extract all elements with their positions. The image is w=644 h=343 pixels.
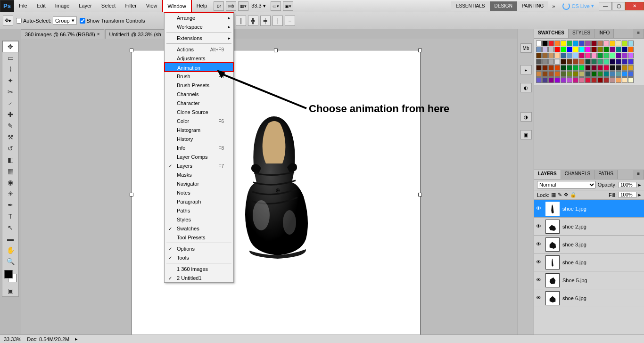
layer-thumbnail[interactable] bbox=[545, 255, 560, 270]
layer-thumbnail[interactable] bbox=[545, 220, 560, 234]
swatch[interactable] bbox=[591, 59, 597, 65]
swatch[interactable] bbox=[603, 59, 609, 65]
layer-row[interactable]: 👁 shoe 2.jpg bbox=[534, 218, 644, 236]
eraser-tool[interactable]: ◧ bbox=[2, 154, 18, 165]
swatch[interactable] bbox=[622, 71, 627, 77]
swatch[interactable] bbox=[561, 59, 566, 65]
adjustments-panel-icon[interactable]: ◑ bbox=[520, 112, 532, 122]
swatch[interactable] bbox=[554, 47, 560, 52]
menu-item-1-360-images[interactable]: 1 360 images bbox=[165, 264, 233, 273]
swatch[interactable] bbox=[628, 65, 634, 71]
swatch[interactable] bbox=[567, 71, 572, 77]
mb-panel-icon[interactable]: Mb bbox=[520, 43, 532, 53]
swatch[interactable] bbox=[591, 53, 597, 58]
quick-mask-tool[interactable]: ▣ bbox=[2, 285, 18, 296]
swatch[interactable] bbox=[548, 77, 554, 83]
layer-row[interactable]: 👁 shoe 4.jpg bbox=[534, 253, 644, 271]
menu-item-navigator[interactable]: Navigator bbox=[165, 179, 233, 188]
align-icon[interactable]: ╪ bbox=[260, 16, 271, 26]
lock-move-icon[interactable]: ✥ bbox=[564, 192, 568, 198]
swatch[interactable] bbox=[622, 47, 627, 52]
menu-window[interactable]: Window bbox=[162, 0, 192, 12]
menu-item-workspace[interactable]: Workspace bbox=[165, 22, 233, 31]
menu-item-2-untitled1[interactable]: 2 Untitled1✓ bbox=[165, 273, 233, 282]
menu-item-color[interactable]: ColorF6 bbox=[165, 116, 233, 125]
swatch[interactable] bbox=[567, 53, 572, 58]
pen-tool[interactable]: ✒ bbox=[2, 199, 18, 211]
swatch[interactable] bbox=[591, 71, 597, 77]
swatch[interactable] bbox=[561, 41, 566, 46]
layer-row[interactable]: 👁 Shoe 5.jpg bbox=[534, 271, 644, 289]
view-extras-icon[interactable]: ▦▾ bbox=[238, 1, 248, 11]
swatch[interactable] bbox=[610, 47, 615, 52]
visibility-icon[interactable]: 👁 bbox=[536, 223, 543, 230]
minimize-button[interactable]: — bbox=[599, 2, 612, 10]
brush-tool[interactable]: ✎ bbox=[2, 120, 18, 131]
swatch[interactable] bbox=[573, 47, 578, 52]
workspace-design[interactable]: DESIGN bbox=[490, 1, 517, 11]
info-tab[interactable]: INFO bbox=[594, 29, 614, 38]
swatch[interactable] bbox=[622, 77, 627, 83]
swatch[interactable] bbox=[616, 65, 621, 71]
color-swatches[interactable] bbox=[4, 270, 17, 282]
menu-item-paths[interactable]: Paths bbox=[165, 206, 233, 215]
swatch[interactable] bbox=[542, 77, 548, 83]
crop-tool[interactable]: ✂ bbox=[2, 86, 18, 98]
history-brush-tool[interactable]: ↺ bbox=[2, 143, 18, 154]
swatch[interactable] bbox=[542, 59, 548, 65]
align-icon[interactable]: ≡ bbox=[285, 16, 295, 26]
menu-item-options[interactable]: Options✓ bbox=[165, 244, 233, 253]
swatch[interactable] bbox=[542, 71, 548, 77]
swatch[interactable] bbox=[548, 47, 554, 52]
menu-image[interactable]: Image bbox=[50, 0, 74, 12]
blend-mode-select[interactable]: Normal bbox=[537, 181, 596, 188]
swatch[interactable] bbox=[610, 65, 615, 71]
lasso-tool[interactable]: ⌇ bbox=[2, 64, 18, 75]
menu-help[interactable]: Help bbox=[192, 0, 212, 12]
visibility-icon[interactable]: 👁 bbox=[536, 277, 543, 284]
swatch[interactable] bbox=[591, 77, 597, 83]
swatch[interactable] bbox=[536, 41, 542, 46]
arrange-icon[interactable]: ▭▾ bbox=[271, 1, 281, 11]
history-panel-icon[interactable]: ▸ bbox=[520, 65, 532, 74]
styles-tab[interactable]: STYLES bbox=[569, 29, 594, 38]
document-tab[interactable]: Untitled1 @ 33.3% (sh bbox=[105, 29, 165, 39]
close-tab-icon[interactable]: × bbox=[97, 32, 100, 37]
layer-row[interactable]: 👁 shoe 1.jpg bbox=[534, 200, 644, 218]
swatch[interactable] bbox=[548, 71, 554, 77]
swatch[interactable] bbox=[579, 65, 585, 71]
panel-menu-icon[interactable]: ≡ bbox=[633, 170, 644, 179]
swatch[interactable] bbox=[585, 65, 591, 71]
swatch[interactable] bbox=[542, 65, 548, 71]
fill-flyout-icon[interactable]: ▸ bbox=[638, 192, 641, 198]
menu-select[interactable]: Select bbox=[97, 0, 121, 12]
auto-select-checkbox[interactable]: Auto-Select: Group ▾ bbox=[16, 16, 77, 24]
menu-item-info[interactable]: InfoF8 bbox=[165, 143, 233, 152]
properties-panel-icon[interactable]: ◐ bbox=[520, 83, 532, 92]
swatch[interactable] bbox=[536, 59, 542, 65]
paths-tab[interactable]: PATHS bbox=[594, 170, 618, 179]
workspace-painting[interactable]: PAINTING bbox=[517, 1, 548, 11]
wand-tool[interactable]: ✦ bbox=[2, 75, 18, 86]
swatch[interactable] bbox=[622, 59, 627, 65]
menu-item-masks[interactable]: Masks bbox=[165, 170, 233, 179]
swatch[interactable] bbox=[610, 41, 615, 46]
swatch[interactable] bbox=[616, 59, 621, 65]
menu-item-histogram[interactable]: Histogram bbox=[165, 125, 233, 134]
menu-item-layer-comps[interactable]: Layer Comps bbox=[165, 152, 233, 161]
swatch[interactable] bbox=[591, 41, 597, 46]
swatch[interactable] bbox=[616, 47, 621, 52]
swatch[interactable] bbox=[616, 77, 621, 83]
swatch[interactable] bbox=[536, 65, 542, 71]
swatch[interactable] bbox=[536, 77, 542, 83]
swatch[interactable] bbox=[548, 53, 554, 58]
layer-row[interactable]: 👁 shoe 6.jpg bbox=[534, 289, 644, 307]
swatch[interactable] bbox=[554, 59, 560, 65]
lock-brush-icon[interactable]: ✎ bbox=[558, 192, 562, 198]
swatch[interactable] bbox=[548, 41, 554, 46]
blur-tool[interactable]: ◉ bbox=[2, 177, 18, 188]
channels-tab[interactable]: CHANNELS bbox=[561, 170, 594, 179]
swatch[interactable] bbox=[585, 47, 591, 52]
swatch[interactable] bbox=[622, 65, 627, 71]
swatch[interactable] bbox=[579, 77, 585, 83]
